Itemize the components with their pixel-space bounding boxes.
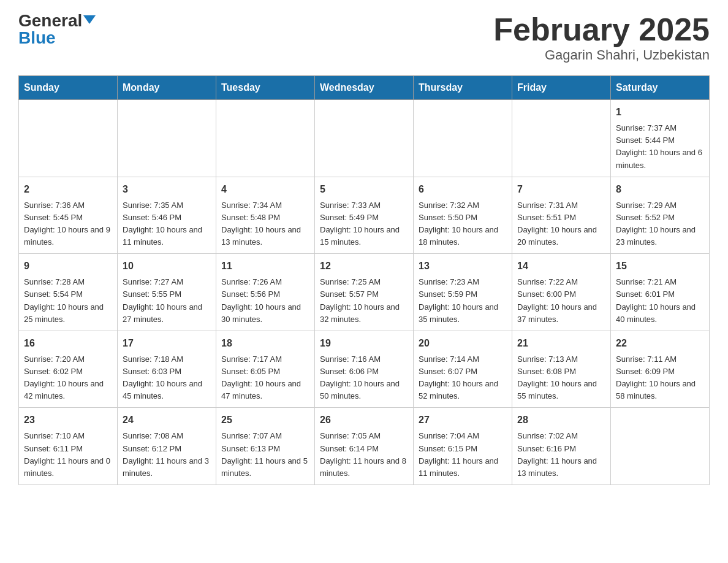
calendar-day-cell: 9Sunrise: 7:28 AMSunset: 5:54 PMDaylight… [19, 254, 118, 331]
day-number: 27 [419, 413, 507, 427]
calendar-header-thursday: Thursday [414, 76, 512, 100]
calendar-day-cell [19, 100, 118, 177]
calendar-header-row: SundayMondayTuesdayWednesdayThursdayFrid… [19, 76, 710, 100]
calendar-day-cell [414, 100, 512, 177]
calendar-day-cell: 21Sunrise: 7:13 AMSunset: 6:08 PMDayligh… [512, 331, 611, 408]
day-info: Sunrise: 7:07 AMSunset: 6:13 PMDaylight:… [221, 430, 309, 480]
logo-arrow-icon [83, 15, 96, 24]
calendar-day-cell: 20Sunrise: 7:14 AMSunset: 6:07 PMDayligh… [414, 331, 512, 408]
calendar-day-cell: 12Sunrise: 7:25 AMSunset: 5:57 PMDayligh… [315, 254, 414, 331]
day-info: Sunrise: 7:34 AMSunset: 5:48 PMDaylight:… [221, 199, 309, 249]
day-number: 21 [517, 336, 605, 351]
calendar-day-cell: 22Sunrise: 7:11 AMSunset: 6:09 PMDayligh… [611, 331, 710, 408]
day-number: 19 [320, 336, 408, 351]
day-number: 23 [24, 413, 112, 427]
calendar-day-cell: 27Sunrise: 7:04 AMSunset: 6:15 PMDayligh… [414, 408, 512, 485]
day-number: 4 [221, 182, 309, 197]
day-number: 12 [320, 259, 408, 274]
calendar-day-cell [216, 100, 315, 177]
calendar-week-row: 1Sunrise: 7:37 AMSunset: 5:44 PMDaylight… [19, 100, 710, 177]
calendar-day-cell: 14Sunrise: 7:22 AMSunset: 6:00 PMDayligh… [512, 254, 611, 331]
calendar-header-wednesday: Wednesday [315, 76, 414, 100]
day-number: 24 [123, 413, 211, 427]
calendar-day-cell: 24Sunrise: 7:08 AMSunset: 6:12 PMDayligh… [118, 408, 216, 485]
page-header: General Blue February 2025 Gagarin Shahr… [18, 12, 710, 63]
calendar-day-cell: 2Sunrise: 7:36 AMSunset: 5:45 PMDaylight… [19, 177, 118, 254]
calendar-header-friday: Friday [512, 76, 611, 100]
day-info: Sunrise: 7:27 AMSunset: 5:55 PMDaylight:… [123, 276, 211, 326]
calendar-week-row: 16Sunrise: 7:20 AMSunset: 6:02 PMDayligh… [19, 331, 710, 408]
day-info: Sunrise: 7:18 AMSunset: 6:03 PMDaylight:… [123, 353, 211, 403]
day-info: Sunrise: 7:10 AMSunset: 6:11 PMDaylight:… [24, 430, 112, 480]
day-number: 6 [419, 182, 507, 197]
day-number: 22 [616, 336, 704, 351]
day-info: Sunrise: 7:21 AMSunset: 6:01 PMDaylight:… [616, 276, 704, 326]
day-number: 14 [517, 259, 605, 274]
day-info: Sunrise: 7:17 AMSunset: 6:05 PMDaylight:… [221, 353, 309, 403]
calendar-day-cell [118, 100, 216, 177]
day-number: 9 [24, 259, 112, 274]
day-info: Sunrise: 7:28 AMSunset: 5:54 PMDaylight:… [24, 276, 112, 326]
calendar-day-cell: 4Sunrise: 7:34 AMSunset: 5:48 PMDaylight… [216, 177, 315, 254]
calendar-day-cell: 7Sunrise: 7:31 AMSunset: 5:51 PMDaylight… [512, 177, 611, 254]
calendar-header-tuesday: Tuesday [216, 76, 315, 100]
calendar-day-cell: 16Sunrise: 7:20 AMSunset: 6:02 PMDayligh… [19, 331, 118, 408]
calendar-day-cell: 1Sunrise: 7:37 AMSunset: 5:44 PMDaylight… [611, 100, 710, 177]
day-number: 10 [123, 259, 211, 274]
day-info: Sunrise: 7:32 AMSunset: 5:50 PMDaylight:… [419, 199, 507, 249]
day-number: 3 [123, 182, 211, 197]
day-number: 25 [221, 413, 309, 427]
day-info: Sunrise: 7:08 AMSunset: 6:12 PMDaylight:… [123, 430, 211, 480]
calendar-day-cell: 10Sunrise: 7:27 AMSunset: 5:55 PMDayligh… [118, 254, 216, 331]
day-number: 7 [517, 182, 605, 197]
day-info: Sunrise: 7:02 AMSunset: 6:16 PMDaylight:… [517, 430, 605, 480]
calendar-table: SundayMondayTuesdayWednesdayThursdayFrid… [18, 75, 710, 485]
day-info: Sunrise: 7:05 AMSunset: 6:14 PMDaylight:… [320, 430, 408, 480]
day-number: 17 [123, 336, 211, 351]
day-number: 11 [221, 259, 309, 274]
calendar-day-cell: 23Sunrise: 7:10 AMSunset: 6:11 PMDayligh… [19, 408, 118, 485]
day-number: 1 [616, 105, 704, 120]
day-number: 15 [616, 259, 704, 274]
day-number: 16 [24, 336, 112, 351]
day-number: 8 [616, 182, 704, 197]
calendar-day-cell: 19Sunrise: 7:16 AMSunset: 6:06 PMDayligh… [315, 331, 414, 408]
day-info: Sunrise: 7:29 AMSunset: 5:52 PMDaylight:… [616, 199, 704, 249]
day-info: Sunrise: 7:04 AMSunset: 6:15 PMDaylight:… [419, 430, 507, 480]
calendar-header-sunday: Sunday [19, 76, 118, 100]
day-info: Sunrise: 7:36 AMSunset: 5:45 PMDaylight:… [24, 199, 112, 249]
day-number: 26 [320, 413, 408, 427]
day-number: 28 [517, 413, 605, 427]
day-number: 13 [419, 259, 507, 274]
calendar-day-cell [512, 100, 611, 177]
calendar-day-cell: 8Sunrise: 7:29 AMSunset: 5:52 PMDaylight… [611, 177, 710, 254]
logo-general-text: General [18, 12, 82, 29]
day-number: 2 [24, 182, 112, 197]
page-title: February 2025 [493, 12, 710, 47]
day-info: Sunrise: 7:31 AMSunset: 5:51 PMDaylight:… [517, 199, 605, 249]
calendar-header-monday: Monday [118, 76, 216, 100]
day-info: Sunrise: 7:35 AMSunset: 5:46 PMDaylight:… [123, 199, 211, 249]
calendar-week-row: 2Sunrise: 7:36 AMSunset: 5:45 PMDaylight… [19, 177, 710, 254]
page-subtitle: Gagarin Shahri, Uzbekistan [493, 47, 710, 63]
title-block: February 2025 Gagarin Shahri, Uzbekistan [493, 12, 710, 63]
day-info: Sunrise: 7:11 AMSunset: 6:09 PMDaylight:… [616, 353, 704, 403]
day-info: Sunrise: 7:22 AMSunset: 6:00 PMDaylight:… [517, 276, 605, 326]
day-info: Sunrise: 7:33 AMSunset: 5:49 PMDaylight:… [320, 199, 408, 249]
calendar-day-cell: 15Sunrise: 7:21 AMSunset: 6:01 PMDayligh… [611, 254, 710, 331]
calendar-day-cell: 6Sunrise: 7:32 AMSunset: 5:50 PMDaylight… [414, 177, 512, 254]
calendar-day-cell: 13Sunrise: 7:23 AMSunset: 5:59 PMDayligh… [414, 254, 512, 331]
calendar-header-saturday: Saturday [611, 76, 710, 100]
calendar-week-row: 23Sunrise: 7:10 AMSunset: 6:11 PMDayligh… [19, 408, 710, 485]
calendar-week-row: 9Sunrise: 7:28 AMSunset: 5:54 PMDaylight… [19, 254, 710, 331]
day-info: Sunrise: 7:16 AMSunset: 6:06 PMDaylight:… [320, 353, 408, 403]
day-number: 20 [419, 336, 507, 351]
day-info: Sunrise: 7:37 AMSunset: 5:44 PMDaylight:… [616, 122, 704, 172]
day-info: Sunrise: 7:14 AMSunset: 6:07 PMDaylight:… [419, 353, 507, 403]
calendar-day-cell [315, 100, 414, 177]
calendar-day-cell: 5Sunrise: 7:33 AMSunset: 5:49 PMDaylight… [315, 177, 414, 254]
day-number: 5 [320, 182, 408, 197]
day-info: Sunrise: 7:13 AMSunset: 6:08 PMDaylight:… [517, 353, 605, 403]
logo: General Blue [18, 12, 96, 47]
day-info: Sunrise: 7:23 AMSunset: 5:59 PMDaylight:… [419, 276, 507, 326]
